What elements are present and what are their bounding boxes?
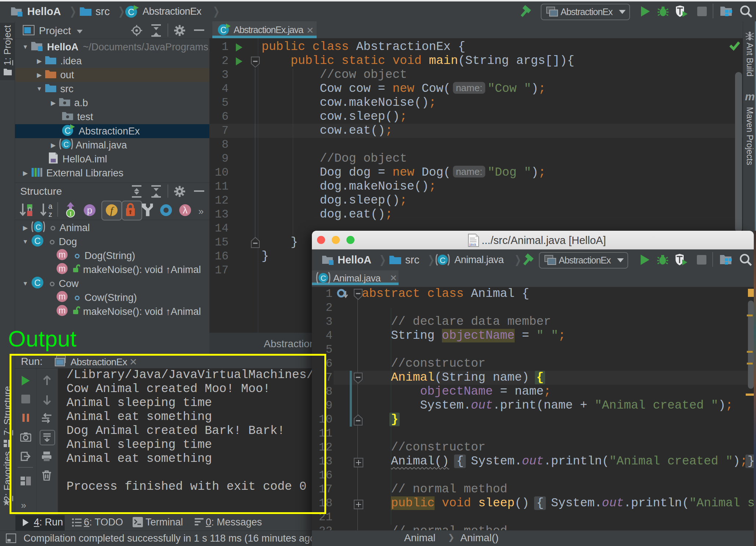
svg-text:java: java: [469, 243, 476, 247]
svg-text:C: C: [36, 223, 41, 231]
svg-text:C: C: [64, 140, 69, 148]
svg-text:m: m: [58, 306, 65, 315]
svg-text:z: z: [48, 210, 52, 218]
svg-text:m: m: [58, 292, 65, 301]
svg-text:m: m: [58, 264, 65, 273]
svg-text:C: C: [320, 274, 326, 282]
svg-text:C: C: [440, 256, 446, 265]
svg-text:m: m: [58, 250, 65, 259]
svg-text:p: p: [87, 205, 92, 216]
svg-text:C: C: [65, 126, 71, 136]
svg-text:a: a: [48, 203, 53, 210]
svg-text:C: C: [34, 236, 40, 246]
svg-text:λ: λ: [183, 205, 188, 216]
svg-text:I: I: [69, 210, 72, 217]
svg-text:C: C: [34, 278, 40, 288]
svg-text:C: C: [220, 25, 227, 35]
svg-text:C: C: [128, 7, 134, 17]
